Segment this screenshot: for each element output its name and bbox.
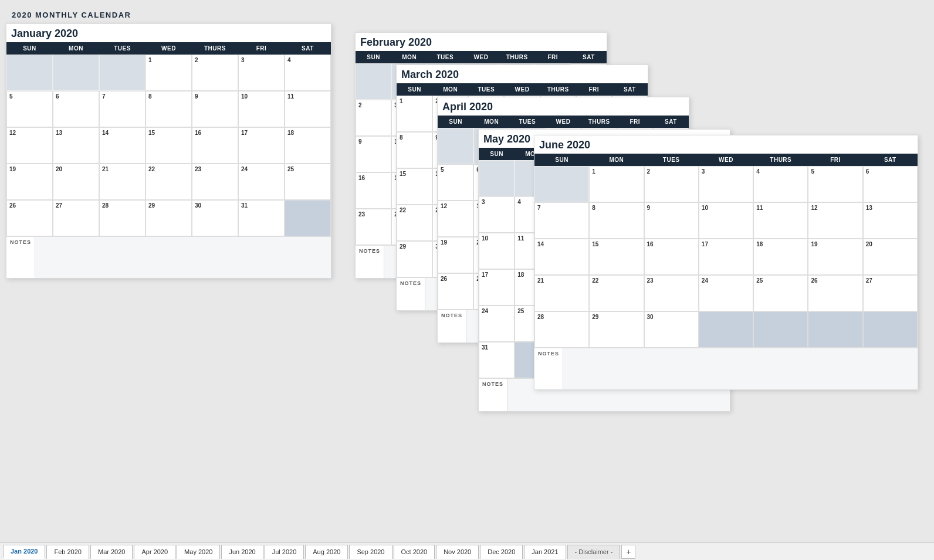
cal-cell: 11 — [285, 91, 331, 127]
notes-content — [35, 237, 331, 278]
cal-cell: 26 — [808, 275, 862, 311]
cal-cell: 5 — [6, 91, 53, 127]
cal-cell: 8 — [589, 202, 644, 239]
tab-item-9[interactable]: Oct 2020 — [394, 545, 435, 559]
tab-item-8[interactable]: Sep 2020 — [349, 545, 392, 559]
tab-item-5[interactable]: Jun 2020 — [221, 545, 263, 559]
cal-cell: 11 — [753, 202, 808, 239]
cal-cell: 16 — [192, 127, 238, 164]
cal-cell: 18 — [285, 127, 331, 164]
cal-cell: 13 — [53, 127, 99, 164]
cal-cell: 31 — [238, 200, 285, 236]
cal-cell: 17 — [238, 127, 285, 164]
cal-cell: 29 — [589, 311, 644, 348]
cal-cell: 6 — [53, 91, 99, 127]
cal-cell: 21 — [534, 275, 589, 311]
cal-cell — [753, 311, 808, 348]
fri-header: FRI — [238, 42, 285, 55]
january-header: SUN MON TUES WED THURS FRI SAT — [6, 42, 331, 55]
jun-title: June 2020 — [534, 135, 918, 154]
cal-cell: 8 — [397, 132, 432, 168]
cal-cell — [808, 311, 862, 348]
mar-title: March 2020 — [397, 65, 648, 83]
tab-item-1[interactable]: Feb 2020 — [46, 545, 89, 559]
tab-item-12[interactable]: Jan 2021 — [524, 545, 566, 559]
cal-cell: 15 — [397, 168, 432, 205]
cal-cell — [438, 128, 473, 164]
cal-cell: 22 — [145, 164, 192, 200]
cal-cell: 19 — [6, 164, 53, 200]
wed-header: WED — [145, 42, 192, 55]
jun-header: SUN MON TUES WED THURS FRI SAT — [534, 154, 918, 166]
page-title: 2020 MONTHLY CALENDAR — [12, 11, 922, 19]
cal-cell: 17 — [699, 239, 753, 275]
january-notes: NOTES — [6, 236, 331, 278]
cal-cell: 31 — [479, 342, 515, 378]
cal-cell: 4 — [753, 166, 808, 202]
cal-cell: 26 — [6, 200, 53, 236]
tab-item-6[interactable]: Jul 2020 — [265, 545, 304, 559]
cal-cell: 21 — [99, 164, 145, 200]
june-calendar: June 2020 SUN MON TUES WED THURS FRI SAT… — [534, 135, 918, 390]
cal-cell — [53, 55, 99, 91]
cal-cell: 7 — [534, 202, 589, 239]
cal-cell: 20 — [863, 239, 918, 275]
cal-cell: 1 — [589, 166, 644, 202]
cal-cell: 9 — [644, 202, 699, 239]
notes-label: NOTES — [6, 237, 35, 278]
cal-cell — [863, 311, 918, 348]
january-calendar: January 2020 SUN MON TUES WED THURS FRI … — [6, 23, 331, 279]
cal-cell: 28 — [99, 200, 145, 236]
cal-cell: 26 — [438, 273, 473, 310]
cal-cell: 17 — [479, 269, 515, 306]
notes-label-may: NOTES — [479, 379, 507, 411]
notes-label-apr: NOTES — [438, 310, 466, 342]
cal-cell — [99, 55, 145, 91]
cal-cell: 12 — [808, 202, 862, 239]
notes-content-jun — [563, 348, 918, 389]
notes-label-feb: NOTES — [356, 246, 384, 278]
mar-header: SUN MON TUES WED THURS FRI SAT — [397, 83, 648, 96]
cal-cell: 19 — [438, 237, 473, 273]
add-tab-button[interactable]: + — [621, 545, 635, 559]
cal-cell: 20 — [53, 164, 99, 200]
cal-cell: 24 — [699, 275, 753, 311]
cal-cell: 27 — [863, 275, 918, 311]
thurs-header: THURS — [192, 42, 238, 55]
tab-item-3[interactable]: Apr 2020 — [134, 545, 175, 559]
cal-cell: 22 — [589, 275, 644, 311]
cal-cell — [534, 166, 589, 202]
cal-cell: 25 — [285, 164, 331, 200]
cal-cell: 10 — [479, 233, 515, 269]
january-grid: 1234567891011121314151617181920212223242… — [6, 55, 331, 236]
notes-label-mar: NOTES — [397, 278, 425, 310]
cal-cell: 14 — [534, 239, 589, 275]
tab-item-0[interactable]: Jan 2020 — [3, 545, 45, 559]
tab-item-7[interactable]: Aug 2020 — [305, 545, 348, 559]
apr-title: April 2020 — [438, 97, 689, 116]
tab-item-2[interactable]: Mar 2020 — [90, 545, 133, 559]
cal-cell: 16 — [356, 172, 391, 209]
cal-cell: 24 — [479, 306, 515, 342]
cal-cell: 2 — [356, 100, 391, 136]
cal-cell: 4 — [285, 55, 331, 91]
tab-bar: Jan 2020Feb 2020Mar 2020Apr 2020May 2020… — [0, 542, 934, 560]
tab-item-10[interactable]: Nov 2020 — [436, 545, 479, 559]
cal-cell: 24 — [238, 164, 285, 200]
cal-cell: 6 — [863, 166, 918, 202]
cal-cell: 3 — [479, 196, 515, 233]
app-container: 2020 MONTHLY CALENDAR January 2020 SUN M… — [0, 0, 934, 560]
cal-cell: 15 — [145, 127, 192, 164]
sun-header: SUN — [6, 42, 53, 55]
cal-cell: 3 — [699, 166, 753, 202]
feb-header: SUN MON TUES WED THURS FRI SAT — [356, 51, 607, 63]
tues-header: TUES — [99, 42, 145, 55]
tab-item-4[interactable]: May 2020 — [177, 545, 220, 559]
cal-cell — [479, 160, 515, 196]
tab-item-13[interactable]: - Disclaimer - — [567, 545, 621, 559]
cal-cell — [6, 55, 53, 91]
cal-cell: 22 — [397, 205, 432, 241]
jun-grid: 1234567891011121314151617181920212223242… — [534, 166, 918, 348]
main-area: 2020 MONTHLY CALENDAR January 2020 SUN M… — [0, 0, 934, 542]
tab-item-11[interactable]: Dec 2020 — [480, 545, 523, 559]
